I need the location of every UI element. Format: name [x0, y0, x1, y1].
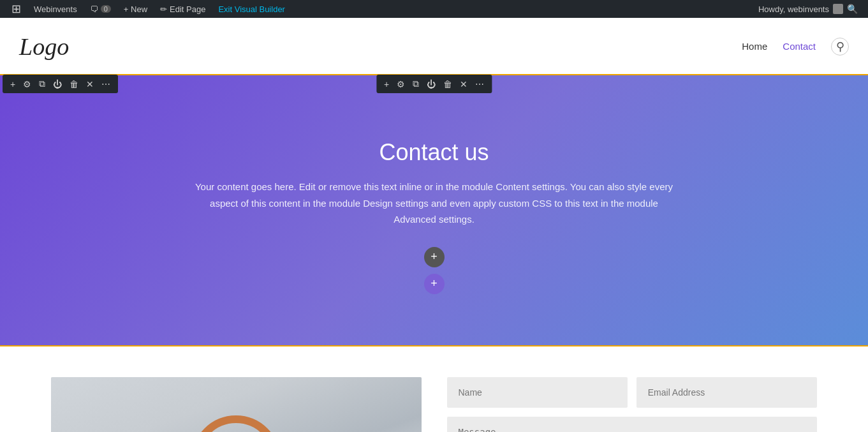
mod-close-icon[interactable]: ✕: [457, 78, 470, 91]
form-row-1: [447, 377, 818, 408]
site-name-label: Webinvents: [34, 4, 77, 14]
exit-vb-label: Exit Visual Builder: [218, 4, 285, 14]
nav-contact[interactable]: Contact: [783, 41, 816, 52]
mod-add-icon[interactable]: +: [381, 78, 392, 91]
name-input[interactable]: [447, 377, 628, 408]
nav-home[interactable]: Home: [742, 41, 767, 52]
message-input[interactable]: [447, 417, 818, 433]
mod-clone-icon[interactable]: ⧉: [410, 77, 422, 91]
content-grid: [51, 377, 817, 433]
email-input[interactable]: [636, 377, 817, 408]
site-search-icon[interactable]: ⚲: [831, 38, 849, 56]
user-avatar: [833, 4, 843, 14]
new-item[interactable]: + New: [117, 0, 154, 18]
hero-add-row-button[interactable]: +: [424, 274, 445, 294]
admin-bar: ⊞ Webinvents 🗨 0 + New ✏ Edit Page Exit …: [0, 0, 868, 18]
exit-vb-item[interactable]: Exit Visual Builder: [212, 0, 291, 18]
wp-logo-item[interactable]: ⊞: [5, 0, 27, 18]
comments-count: 0: [101, 5, 111, 13]
mod-settings-icon[interactable]: ⚙: [394, 78, 408, 91]
section-toolbar: + ⚙ ⧉ ⏻ 🗑 ✕ ⋯: [376, 75, 492, 93]
site-header: Logo Home Contact ⚲: [0, 18, 868, 75]
hero-add-row-icon: +: [430, 277, 438, 290]
row-delete-icon[interactable]: 🗑: [67, 78, 81, 91]
content-section: [0, 345, 868, 433]
row-toggle-icon[interactable]: ⏻: [50, 78, 64, 91]
hero-add-inner-icon: +: [430, 250, 438, 264]
site-logo: Logo: [19, 33, 69, 61]
row-add-icon[interactable]: +: [8, 78, 18, 91]
hero-title: Contact us: [13, 139, 855, 166]
site-nav: Home Contact ⚲: [742, 38, 849, 56]
contact-form: [447, 377, 818, 433]
admin-search-icon[interactable]: 🔍: [847, 4, 858, 14]
edit-page-item[interactable]: ✏ Edit Page: [154, 0, 212, 18]
hero-section: + ⚙ ⧉ ⏻ 🗑 ✕ ⋯ + ⚙ ⧉ ⏻ 🗑 ✕ ⋯ Contact us Y…: [0, 75, 868, 345]
row-settings-icon[interactable]: ⚙: [20, 78, 34, 91]
row-more-icon[interactable]: ⋯: [99, 78, 113, 91]
comments-item[interactable]: 🗨 0: [84, 0, 117, 18]
row-close-icon[interactable]: ✕: [84, 78, 96, 91]
edit-icon: ✏: [160, 4, 167, 14]
site-name-item[interactable]: Webinvents: [27, 0, 84, 18]
edit-page-label: Edit Page: [170, 4, 205, 14]
row-clone-icon[interactable]: ⧉: [36, 77, 48, 91]
headphone-shape: [191, 415, 281, 433]
row-toolbar: + ⚙ ⧉ ⏻ 🗑 ✕ ⋯: [3, 75, 118, 93]
howdy-label: Howdy, webinvents: [758, 4, 829, 14]
comments-icon: 🗨: [90, 4, 98, 14]
contact-image: [51, 377, 422, 433]
hero-add-inner-button[interactable]: +: [424, 247, 445, 267]
admin-bar-right: Howdy, webinvents 🔍: [758, 4, 863, 14]
mod-toggle-icon[interactable]: ⏻: [424, 78, 438, 91]
new-label: + New: [124, 4, 147, 14]
headphone-image: [51, 377, 422, 433]
mod-delete-icon[interactable]: 🗑: [441, 78, 455, 91]
mod-more-icon[interactable]: ⋯: [473, 78, 487, 91]
hero-description: Your content goes here. Edit or remove t…: [192, 179, 677, 228]
wp-icon: ⊞: [11, 2, 21, 16]
